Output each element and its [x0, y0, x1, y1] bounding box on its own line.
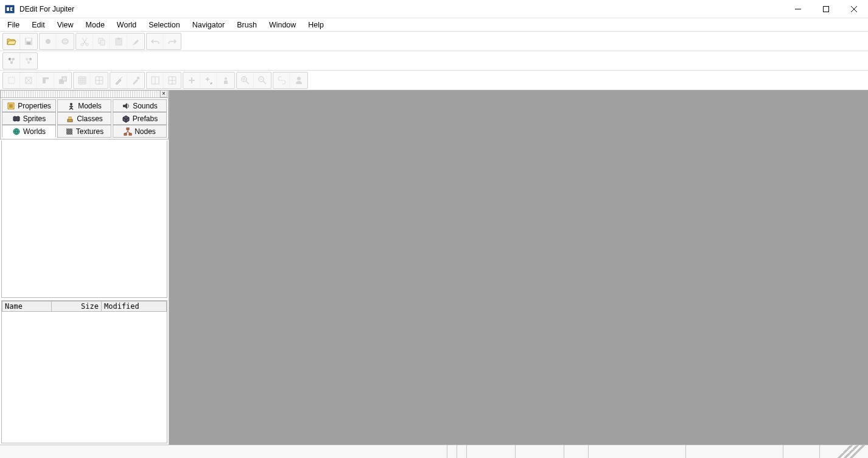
maximize-button[interactable]: [812, 0, 840, 18]
tab-label: Classes: [77, 114, 103, 123]
menu-navigator[interactable]: Navigator: [186, 19, 231, 30]
paste-button[interactable]: [110, 33, 127, 49]
select-rect-button[interactable]: [3, 72, 20, 88]
open-button[interactable]: [3, 33, 20, 49]
tab-label: Prefabs: [133, 114, 158, 123]
svg-rect-3: [26, 38, 31, 41]
status-cell-2: [457, 445, 466, 458]
tool-b-button[interactable]: [127, 72, 144, 88]
sounds-icon: [122, 102, 130, 110]
svg-rect-37: [127, 128, 129, 130]
svg-rect-39: [129, 133, 131, 135]
toolbar-edit: [0, 71, 868, 90]
extrude-button[interactable]: [37, 72, 54, 88]
menu-help[interactable]: Help: [302, 19, 330, 30]
status-cell-6: [588, 445, 685, 458]
menu-mode[interactable]: Mode: [80, 19, 111, 30]
main-area: × Properties Models Sounds: [0, 90, 868, 445]
classes-icon: [66, 114, 74, 123]
svg-point-30: [297, 77, 301, 80]
sprites-icon: [12, 114, 21, 123]
menu-file[interactable]: File: [1, 19, 26, 30]
file-list-panel: Name Size Modified: [1, 300, 167, 443]
add-button[interactable]: [183, 72, 200, 88]
tab-prefabs[interactable]: Prefabs: [113, 112, 167, 125]
col-size[interactable]: Size: [52, 301, 102, 312]
tab-classes[interactable]: Classes: [57, 112, 111, 125]
close-button[interactable]: [840, 0, 868, 18]
tool-a-button[interactable]: [110, 72, 127, 88]
svg-rect-34: [69, 117, 71, 119]
menu-selection[interactable]: Selection: [142, 19, 186, 30]
menu-view[interactable]: View: [51, 19, 80, 30]
carve-button[interactable]: [54, 72, 71, 88]
tab-nodes[interactable]: Nodes: [113, 125, 167, 138]
svg-point-6: [62, 39, 68, 44]
worlds-icon: [12, 127, 21, 136]
svg-rect-20: [9, 77, 15, 83]
save-button[interactable]: [20, 33, 37, 49]
status-cell-3: [466, 445, 515, 458]
status-cell-8: [783, 445, 819, 458]
svg-rect-38: [124, 133, 127, 135]
menu-window[interactable]: Window: [263, 19, 302, 30]
mode-a-button[interactable]: [3, 53, 20, 69]
svg-point-5: [46, 39, 51, 44]
list-body[interactable]: [2, 312, 167, 443]
col-modified[interactable]: Modified: [102, 301, 167, 312]
tab-label: Models: [78, 102, 102, 110]
svg-point-8: [81, 43, 83, 46]
panel-close-button[interactable]: ×: [160, 90, 167, 97]
svg-rect-1: [824, 6, 829, 12]
minimize-button[interactable]: [784, 0, 812, 18]
split-2-button[interactable]: [147, 72, 164, 88]
user-button[interactable]: [290, 72, 307, 88]
properties-icon: [7, 102, 15, 110]
viewport-canvas[interactable]: [169, 90, 868, 445]
menu-edit[interactable]: Edit: [26, 19, 51, 30]
zoom-in-button[interactable]: [237, 72, 254, 88]
status-cell-7: [685, 445, 783, 458]
undo-button[interactable]: [147, 33, 164, 49]
split-4-button[interactable]: [164, 72, 181, 88]
tab-worlds[interactable]: Worlds: [2, 125, 56, 138]
brush-cube-button[interactable]: [40, 33, 57, 49]
brush-sphere-button[interactable]: [57, 33, 74, 49]
redo-button[interactable]: [164, 33, 181, 49]
mode-b-button[interactable]: [20, 53, 37, 69]
paint-button[interactable]: [127, 33, 144, 49]
svg-point-27: [225, 77, 227, 80]
grid-small-button[interactable]: [74, 72, 91, 88]
entity-button[interactable]: [217, 72, 234, 88]
svg-point-7: [62, 40, 68, 42]
tab-textures[interactable]: Textures: [57, 125, 111, 138]
window-title: DEdit For Jupiter: [19, 5, 784, 13]
svg-point-32: [70, 103, 72, 105]
menu-world[interactable]: World: [111, 19, 142, 30]
statusbar: [0, 445, 868, 458]
sidebar-tabset: Properties Models Sounds Sprites: [0, 97, 169, 139]
svg-rect-4: [27, 42, 30, 44]
toolbar-main: [0, 32, 868, 51]
list-header: Name Size Modified: [2, 301, 167, 312]
link-button[interactable]: [273, 72, 290, 88]
panel-drag-handle[interactable]: ×: [0, 90, 169, 97]
cut-button[interactable]: [76, 33, 93, 49]
add-arrow-button[interactable]: [200, 72, 217, 88]
resize-grip[interactable]: [819, 445, 868, 458]
tab-models[interactable]: Models: [57, 99, 111, 112]
zoom-out-button[interactable]: [254, 72, 271, 88]
tree-panel[interactable]: [1, 141, 167, 298]
col-name[interactable]: Name: [2, 301, 52, 312]
tab-label: Worlds: [23, 127, 46, 136]
app-icon: [5, 4, 15, 14]
tab-sprites[interactable]: Sprites: [2, 112, 56, 125]
menu-brush[interactable]: Brush: [231, 19, 263, 30]
tab-properties[interactable]: Properties: [2, 99, 56, 112]
copy-button[interactable]: [93, 33, 110, 49]
grid-large-button[interactable]: [91, 72, 108, 88]
select-cross-button[interactable]: [20, 72, 37, 88]
tab-label: Textures: [76, 127, 103, 136]
tab-sounds[interactable]: Sounds: [113, 99, 167, 112]
svg-rect-33: [68, 119, 72, 122]
